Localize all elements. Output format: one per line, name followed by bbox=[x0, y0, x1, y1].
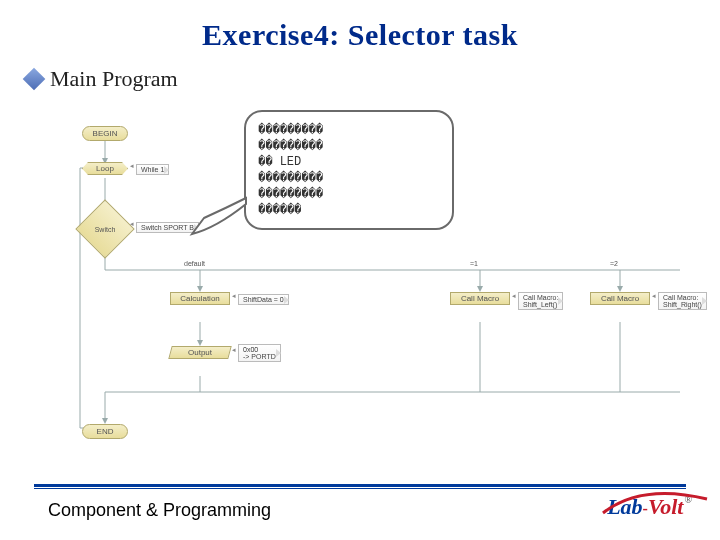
flow-call-macro-left-body: Call Macro: Shift_Left() bbox=[518, 292, 563, 310]
page-title: Exercise4: Selector task bbox=[0, 18, 720, 52]
branch-label-eq2: =2 bbox=[610, 260, 618, 267]
flow-call-macro-right-body: Call Macro: Shift_Right() bbox=[658, 292, 707, 310]
flow-end: END bbox=[82, 424, 128, 439]
subtitle-row: Main Program bbox=[26, 66, 720, 92]
flow-calculation: Calculation bbox=[170, 292, 230, 305]
subtitle-text: Main Program bbox=[50, 66, 178, 92]
footer-divider bbox=[34, 484, 686, 489]
callout-line: ������ bbox=[258, 202, 440, 218]
flow-output-body: 0x00 -> PORTD bbox=[238, 344, 281, 362]
branch-label-eq1: =1 bbox=[470, 260, 478, 267]
flow-calculation-body: ShiftData = 0 bbox=[238, 294, 289, 305]
flow-begin: BEGIN bbox=[82, 126, 128, 141]
caret-icon: ◂ bbox=[512, 292, 516, 300]
footer-text: Component & Programming bbox=[48, 500, 271, 521]
diamond-bullet-icon bbox=[23, 68, 46, 91]
logo-swoosh-icon bbox=[601, 489, 711, 523]
flow-output: Output bbox=[168, 346, 231, 359]
flow-call-macro-right: Call Macro bbox=[590, 292, 650, 305]
caret-icon: ◂ bbox=[130, 162, 134, 170]
caret-icon: ◂ bbox=[652, 292, 656, 300]
callout-line: ��������� bbox=[258, 122, 440, 138]
flow-while-tag: While 1 bbox=[136, 164, 169, 175]
callout-line: ��������� bbox=[258, 170, 440, 186]
callout-tail-icon bbox=[186, 168, 256, 238]
flow-loop: Loop bbox=[82, 162, 128, 175]
callout-line: ��������� bbox=[258, 138, 440, 154]
callout-line: ��������� bbox=[258, 186, 440, 202]
callout-line: �� LED bbox=[258, 154, 440, 170]
caret-icon: ◂ bbox=[232, 346, 236, 354]
branch-label-default: default bbox=[184, 260, 205, 267]
flow-call-macro-left: Call Macro bbox=[450, 292, 510, 305]
labvolt-logo: Lab-Volt® bbox=[607, 494, 692, 520]
caret-icon: ◂ bbox=[130, 220, 134, 228]
caret-icon: ◂ bbox=[232, 292, 236, 300]
annotation-callout: ��������� ��������� �� LED ��������� ���… bbox=[244, 110, 454, 230]
